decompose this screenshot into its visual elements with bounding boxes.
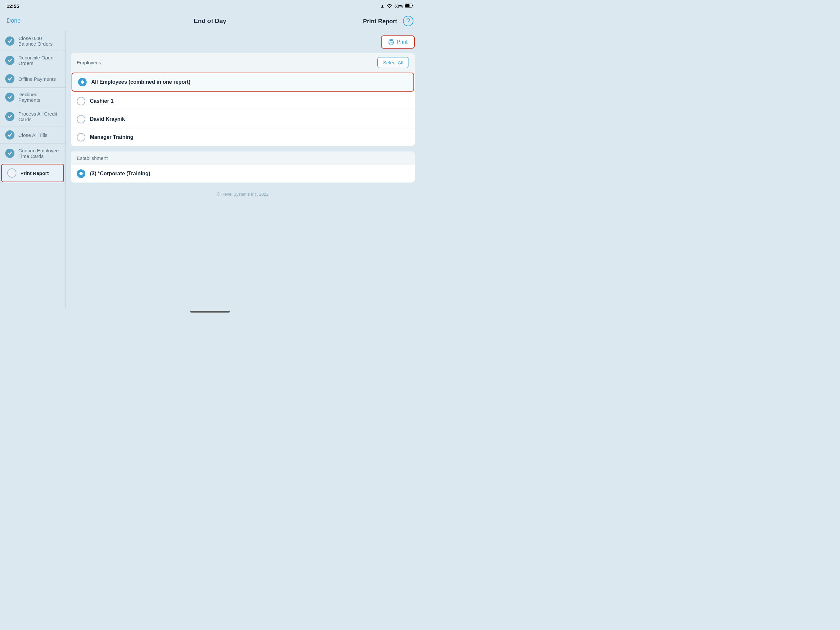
employees-section: Employees Select All All Employees (comb… xyxy=(71,53,415,146)
employee-row-david-kraynik[interactable]: David Kraynik xyxy=(71,110,415,128)
panel-title: Print Report xyxy=(363,18,397,25)
home-bar xyxy=(190,311,230,313)
sidebar-item-offline-payments[interactable]: Offline Payments xyxy=(0,70,65,88)
radio-david-kraynik xyxy=(77,115,85,123)
establishment-section: Establishment (3) *Corporate (Training) xyxy=(71,151,415,182)
employee-label-cashier-1: Cashier 1 xyxy=(90,98,114,104)
sidebar-label-process-credit-cards: Process All Credit Cards xyxy=(18,111,60,122)
help-button[interactable]: ? xyxy=(403,16,414,26)
printer-icon xyxy=(388,40,394,45)
check-icon-offline-payments xyxy=(5,74,14,83)
sidebar-label-offline-payments: Offline Payments xyxy=(18,76,60,82)
sidebar: Close 0.00 Balance OrdersReconcile Open … xyxy=(0,30,66,308)
sidebar-item-declined-payments[interactable]: Declined Payments xyxy=(0,88,65,107)
employee-row-cashier-1[interactable]: Cashier 1 xyxy=(71,92,415,110)
svg-rect-2 xyxy=(405,4,409,7)
status-bar: 12:55 ▲ 63% xyxy=(0,0,420,12)
footer: © Revel Systems Inc. 2022 xyxy=(71,188,415,201)
footer-text: © Revel Systems Inc. 2022 xyxy=(217,192,269,197)
svg-rect-1 xyxy=(412,5,414,6)
sidebar-item-close-zero-balance[interactable]: Close 0.00 Balance Orders xyxy=(0,32,65,51)
employee-label-david-kraynik: David Kraynik xyxy=(90,116,125,122)
print-toolbar: Print xyxy=(71,35,415,49)
status-time: 12:55 xyxy=(6,3,19,9)
sidebar-item-process-credit-cards[interactable]: Process All Credit Cards xyxy=(0,107,65,127)
radio-cashier-1 xyxy=(77,97,85,105)
print-label: Print xyxy=(397,39,407,45)
establishment-section-header: Establishment xyxy=(71,151,415,165)
main-panel: Print Employees Select All All Employees… xyxy=(66,30,420,308)
wifi-icon xyxy=(387,3,392,9)
home-indicator xyxy=(0,308,420,315)
app-container: Done End of Day Print Report ? Close 0.0… xyxy=(0,12,420,315)
sidebar-item-reconcile-open-orders[interactable]: Reconcile Open Orders xyxy=(0,51,65,70)
nav-bar-left: Done xyxy=(6,17,72,24)
sidebar-item-print-report[interactable]: Print Report xyxy=(1,164,64,182)
check-icon-process-credit-cards xyxy=(5,112,14,121)
employee-label-manager-training: Manager Training xyxy=(90,134,133,140)
print-button[interactable]: Print xyxy=(381,35,415,49)
svg-rect-4 xyxy=(390,40,393,41)
sidebar-item-confirm-time-cards[interactable]: Confirm Employee Time Cards xyxy=(0,144,65,163)
status-icons: ▲ 63% xyxy=(380,3,414,9)
check-icon-close-all-tills xyxy=(5,130,14,139)
sidebar-label-confirm-time-cards: Confirm Employee Time Cards xyxy=(18,148,60,159)
check-icon-declined-payments xyxy=(5,93,14,102)
battery-level: 63% xyxy=(395,4,403,8)
nav-bar-right: Print Report ? xyxy=(348,16,414,26)
employee-row-all-employees[interactable]: All Employees (combined in one report) xyxy=(71,73,414,92)
sidebar-label-print-report: Print Report xyxy=(21,170,58,176)
svg-rect-6 xyxy=(392,42,393,42)
check-icon-reconcile-open-orders xyxy=(5,56,14,65)
establishment-row-corporate-training[interactable]: (3) *Corporate (Training) xyxy=(71,165,415,182)
establishment-list: (3) *Corporate (Training) xyxy=(71,165,415,182)
sidebar-item-close-all-tills[interactable]: Close All Tills xyxy=(0,127,65,144)
employees-section-header: Employees Select All xyxy=(71,53,415,72)
empty-circle-print-report xyxy=(7,168,16,177)
check-icon-close-zero-balance xyxy=(5,36,14,46)
page-title: End of Day xyxy=(194,17,226,24)
check-icon-confirm-time-cards xyxy=(5,149,14,158)
employees-list: All Employees (combined in one report)Ca… xyxy=(71,73,415,146)
employees-label: Employees xyxy=(77,60,101,65)
nav-bar-center: End of Day xyxy=(72,17,348,25)
employee-row-manager-training[interactable]: Manager Training xyxy=(71,128,415,146)
establishment-label: Establishment xyxy=(77,155,107,161)
svg-rect-5 xyxy=(390,43,393,45)
employee-label-all-employees: All Employees (combined in one report) xyxy=(91,79,190,85)
content-area: Close 0.00 Balance OrdersReconcile Open … xyxy=(0,30,420,308)
select-all-button[interactable]: Select All xyxy=(377,57,409,68)
signal-icon: ▲ xyxy=(380,4,385,8)
sidebar-label-close-zero-balance: Close 0.00 Balance Orders xyxy=(18,35,60,47)
establishment-label-corporate-training: (3) *Corporate (Training) xyxy=(90,171,150,177)
sidebar-label-close-all-tills: Close All Tills xyxy=(18,132,60,138)
sidebar-label-declined-payments: Declined Payments xyxy=(18,92,60,103)
radio-manager-training xyxy=(77,133,85,141)
radio-corporate-training xyxy=(77,169,85,178)
radio-all-employees xyxy=(78,78,87,86)
nav-bar: Done End of Day Print Report ? xyxy=(0,12,420,30)
done-button[interactable]: Done xyxy=(6,17,21,24)
battery-icon xyxy=(405,3,414,9)
sidebar-label-reconcile-open-orders: Reconcile Open Orders xyxy=(18,55,60,66)
